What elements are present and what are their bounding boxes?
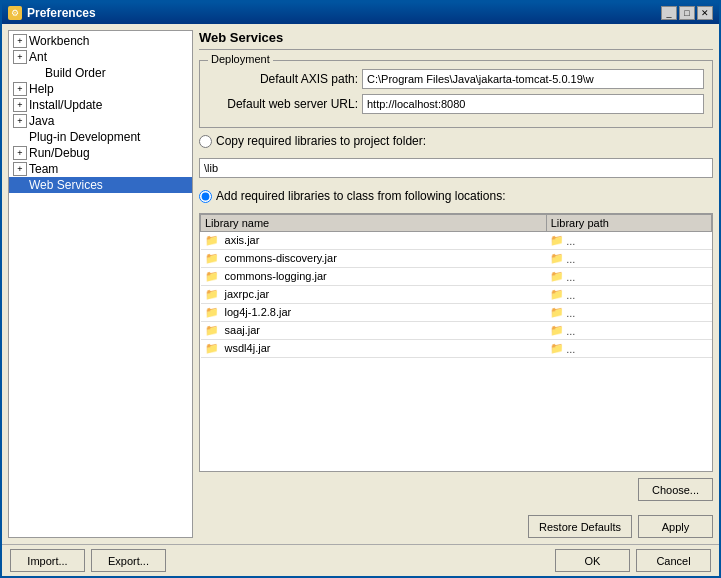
browse-icon: 📁 — [550, 342, 564, 355]
ok-button[interactable]: OK — [555, 549, 630, 572]
title-bar: ⚙ Preferences _ □ ✕ — [2, 2, 719, 24]
cancel-button[interactable]: Cancel — [636, 549, 711, 572]
browse-dots: ... — [566, 343, 575, 355]
browse-dots: ... — [566, 271, 575, 283]
lib-icon: 📁 — [205, 324, 219, 336]
browse-icon: 📁 — [550, 324, 564, 337]
sidebar-item-web-services[interactable]: Web Services — [9, 177, 192, 193]
lib-name-cell: 📁 commons-discovery.jar — [201, 250, 547, 268]
lib-name: jaxrpc.jar — [225, 288, 270, 300]
lib-name-cell: 📁 log4j-1.2.8.jar — [201, 304, 547, 322]
deployment-group-title: Deployment — [208, 53, 273, 65]
table-row[interactable]: 📁 wsdl4j.jar 📁 ... — [201, 340, 712, 358]
axis-path-input[interactable] — [362, 69, 704, 89]
window-icon: ⚙ — [8, 6, 22, 20]
expander-ant: + — [13, 50, 27, 64]
library-table: Library name Library path 📁 axis.jar 📁 .… — [200, 214, 712, 358]
table-row[interactable]: 📁 log4j-1.2.8.jar 📁 ... — [201, 304, 712, 322]
lib-path-cell: 📁 ... — [546, 268, 711, 286]
panel-title-bar: Web Services — [199, 30, 713, 50]
sidebar-label-java: Java — [29, 114, 54, 128]
table-row[interactable]: 📁 jaxrpc.jar 📁 ... — [201, 286, 712, 304]
lib-path-cell: 📁 ... — [546, 340, 711, 358]
lib-name-cell: 📁 wsdl4j.jar — [201, 340, 547, 358]
table-row[interactable]: 📁 saaj.jar 📁 ... — [201, 322, 712, 340]
footer: Import... Export... OK Cancel — [2, 544, 719, 576]
lib-browse-btn[interactable]: 📁 ... — [550, 342, 575, 355]
maximize-button[interactable]: □ — [679, 6, 695, 20]
footer-right: OK Cancel — [555, 549, 711, 572]
apply-button[interactable]: Apply — [638, 515, 713, 538]
deployment-group: Deployment Default AXIS path: Default we… — [199, 60, 713, 128]
lib-name: commons-discovery.jar — [225, 252, 337, 264]
lib-browse-btn[interactable]: 📁 ... — [550, 234, 575, 247]
preferences-window: ⚙ Preferences _ □ ✕ + Workbench + Ant Bu… — [0, 0, 721, 578]
sidebar-item-plugin-dev[interactable]: Plug-in Development — [9, 129, 192, 145]
copy-libraries-radio[interactable] — [199, 135, 212, 148]
main-panel: Web Services Deployment Default AXIS pat… — [199, 30, 713, 538]
sidebar-label-run-debug: Run/Debug — [29, 146, 90, 160]
browse-icon: 📁 — [550, 234, 564, 247]
export-button[interactable]: Export... — [91, 549, 166, 572]
lib-browse-btn[interactable]: 📁 ... — [550, 324, 575, 337]
expander-build-order — [29, 66, 43, 80]
lib-icon: 📁 — [205, 234, 219, 246]
lib-browse-btn[interactable]: 📁 ... — [550, 270, 575, 283]
lib-icon: 📁 — [205, 252, 219, 264]
browse-icon: 📁 — [550, 252, 564, 265]
lib-name-cell: 📁 commons-logging.jar — [201, 268, 547, 286]
add-libraries-label: Add required libraries to class from fol… — [216, 189, 505, 203]
sidebar: + Workbench + Ant Build Order + Help + I… — [8, 30, 193, 538]
sidebar-label-ant: Ant — [29, 50, 47, 64]
expander-help: + — [13, 82, 27, 96]
add-libraries-radio[interactable] — [199, 190, 212, 203]
lib-path-cell: 📁 ... — [546, 322, 711, 340]
lib-icon: 📁 — [205, 270, 219, 282]
lib-path-cell: 📁 ... — [546, 232, 711, 250]
lib-name-cell: 📁 saaj.jar — [201, 322, 547, 340]
lib-browse-btn[interactable]: 📁 ... — [550, 306, 575, 319]
sidebar-label-help: Help — [29, 82, 54, 96]
sidebar-item-team[interactable]: + Team — [9, 161, 192, 177]
web-server-input[interactable] — [362, 94, 704, 114]
sidebar-item-ant[interactable]: + Ant — [9, 49, 192, 65]
close-button[interactable]: ✕ — [697, 6, 713, 20]
browse-dots: ... — [566, 253, 575, 265]
panel-title: Web Services — [199, 30, 283, 50]
expander-workbench: + — [13, 34, 27, 48]
sidebar-item-java[interactable]: + Java — [9, 113, 192, 129]
sidebar-item-build-order[interactable]: Build Order — [9, 65, 192, 81]
lib-path-cell: 📁 ... — [546, 286, 711, 304]
table-row[interactable]: 📁 commons-discovery.jar 📁 ... — [201, 250, 712, 268]
sidebar-item-run-debug[interactable]: + Run/Debug — [9, 145, 192, 161]
axis-path-label: Default AXIS path: — [208, 72, 358, 86]
title-bar-left: ⚙ Preferences — [8, 6, 96, 20]
lib-name-cell: 📁 axis.jar — [201, 232, 547, 250]
lib-path-input[interactable] — [199, 158, 713, 178]
sidebar-label-build-order: Build Order — [45, 66, 106, 80]
lib-icon: 📁 — [205, 306, 219, 318]
table-row[interactable]: 📁 axis.jar 📁 ... — [201, 232, 712, 250]
choose-button[interactable]: Choose... — [638, 478, 713, 501]
col-library-path: Library path — [546, 215, 711, 232]
minimize-button[interactable]: _ — [661, 6, 677, 20]
sidebar-item-workbench[interactable]: + Workbench — [9, 33, 192, 49]
lib-browse-btn[interactable]: 📁 ... — [550, 252, 575, 265]
expander-plugin-dev — [13, 130, 27, 144]
add-libraries-row: Add required libraries to class from fol… — [199, 189, 713, 203]
sidebar-item-help[interactable]: + Help — [9, 81, 192, 97]
library-table-container: Library name Library path 📁 axis.jar 📁 .… — [199, 213, 713, 472]
lib-name-cell: 📁 jaxrpc.jar — [201, 286, 547, 304]
browse-icon: 📁 — [550, 306, 564, 319]
browse-icon: 📁 — [550, 288, 564, 301]
footer-left: Import... Export... — [10, 549, 166, 572]
table-row[interactable]: 📁 commons-logging.jar 📁 ... — [201, 268, 712, 286]
import-button[interactable]: Import... — [10, 549, 85, 572]
sidebar-label-workbench: Workbench — [29, 34, 89, 48]
restore-defaults-button[interactable]: Restore Defaults — [528, 515, 632, 538]
expander-web-services — [13, 178, 27, 192]
sidebar-label-install-update: Install/Update — [29, 98, 102, 112]
lib-browse-btn[interactable]: 📁 ... — [550, 288, 575, 301]
sidebar-item-install-update[interactable]: + Install/Update — [9, 97, 192, 113]
web-server-label: Default web server URL: — [208, 97, 358, 111]
